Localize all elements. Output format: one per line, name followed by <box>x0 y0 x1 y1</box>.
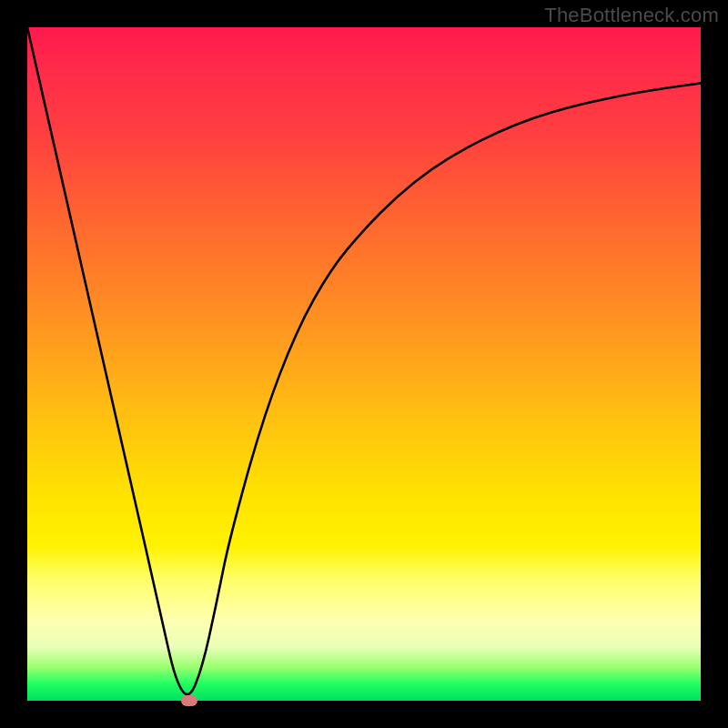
bottleneck-curve <box>27 27 701 701</box>
plot-area <box>27 27 701 701</box>
optimal-point-marker <box>181 695 197 706</box>
attribution-text: TheBottleneck.com <box>544 4 719 27</box>
chart-frame: TheBottleneck.com <box>0 0 728 728</box>
